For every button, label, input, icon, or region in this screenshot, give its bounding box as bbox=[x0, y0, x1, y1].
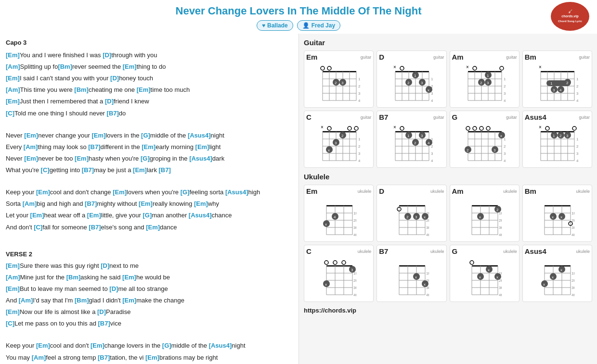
svg-text:4fr: 4fr bbox=[499, 293, 502, 297]
lyrics-line: [Am]Splitting up fo[Bm]rever seemed the … bbox=[6, 62, 293, 72]
svg-text:2fr: 2fr bbox=[576, 144, 578, 149]
lyrics-line: [C]Told me one thing I should never [B7]… bbox=[6, 108, 293, 119]
chord-b7-ukulele: B7 ukulele 1fr 2fr bbox=[376, 245, 446, 302]
svg-text:3: 3 bbox=[487, 81, 489, 85]
svg-text:2: 2 bbox=[559, 134, 562, 138]
chords-panel-url: https://chords.vip bbox=[304, 307, 592, 314]
lyrics-line: [Am]Mine just for the [Bm]asking he said… bbox=[6, 272, 293, 283]
svg-text:1fr: 1fr bbox=[576, 137, 578, 141]
lyrics-line: [C]Let me pass on to you this ad [B7]vic… bbox=[6, 318, 293, 329]
svg-text:3: 3 bbox=[566, 134, 569, 138]
svg-point-182 bbox=[572, 126, 576, 130]
svg-text:2: 2 bbox=[496, 208, 499, 212]
svg-point-275 bbox=[333, 261, 337, 264]
svg-text:x: x bbox=[560, 268, 562, 272]
svg-text:4fr: 4fr bbox=[571, 293, 574, 297]
svg-point-106 bbox=[327, 126, 331, 130]
chord-d-guitar: D guitar bbox=[376, 50, 446, 108]
svg-text:x: x bbox=[328, 148, 330, 152]
lyrics-line: What you're [C]getting into [B7]may be j… bbox=[6, 165, 293, 176]
svg-text:1fr: 1fr bbox=[358, 137, 360, 141]
site-logo: 🎸chords.vipChord Song Lyric bbox=[551, 2, 589, 31]
svg-text:3: 3 bbox=[421, 81, 423, 85]
svg-text:4fr: 4fr bbox=[571, 233, 574, 237]
chord-bm-guitar: Bm guitar × bbox=[522, 50, 592, 108]
svg-text:4fr: 4fr bbox=[499, 233, 502, 237]
svg-text:4: 4 bbox=[559, 88, 562, 92]
lyrics-line: Never [Em]never be too [Em]hasty when yo… bbox=[6, 153, 293, 164]
svg-text:3fr: 3fr bbox=[431, 151, 433, 156]
lyrics-line: Never [Em]never change your [Em]lovers i… bbox=[6, 130, 293, 141]
svg-text:4fr: 4fr bbox=[504, 159, 506, 163]
svg-text:x: x bbox=[552, 275, 554, 279]
svg-text:1fr: 1fr bbox=[426, 271, 429, 276]
svg-text:3: 3 bbox=[553, 88, 555, 92]
svg-text:3fr: 3fr bbox=[571, 286, 574, 290]
svg-text:4fr: 4fr bbox=[576, 159, 578, 163]
svg-text:3fr: 3fr bbox=[576, 91, 578, 96]
svg-text:3fr: 3fr bbox=[499, 226, 502, 230]
svg-text:2fr: 2fr bbox=[499, 218, 502, 223]
svg-text:x: x bbox=[325, 222, 327, 226]
svg-text:x: x bbox=[479, 275, 481, 279]
svg-text:x: x bbox=[415, 275, 417, 279]
lyrics-line: [Am]This time you were [Bm]cheating me o… bbox=[6, 85, 293, 95]
badge-row: ♥ Ballade 👤 Fred Jay bbox=[0, 20, 597, 31]
svg-text:2fr: 2fr bbox=[504, 144, 506, 149]
svg-text:1: 1 bbox=[414, 74, 416, 78]
svg-point-157 bbox=[480, 126, 483, 130]
svg-text:2: 2 bbox=[341, 134, 344, 138]
svg-text:4fr: 4fr bbox=[353, 293, 356, 297]
svg-text:x: x bbox=[325, 282, 327, 287]
svg-text:3fr: 3fr bbox=[504, 151, 506, 156]
chord-g-guitar: G guitar bbox=[450, 111, 519, 168]
svg-text:1fr: 1fr bbox=[353, 211, 356, 215]
svg-text:3: 3 bbox=[335, 141, 337, 145]
chord-em-ukulele: Em ukulele 1fr 2fr bbox=[304, 185, 374, 242]
svg-text:1fr: 1fr bbox=[358, 77, 360, 81]
svg-text:3fr: 3fr bbox=[576, 151, 578, 156]
lyrics-line: And [Am]I'd say that I'm [Bm]glad I didn… bbox=[6, 295, 293, 306]
svg-text:2fr: 2fr bbox=[504, 84, 506, 88]
svg-text:1fr: 1fr bbox=[571, 211, 574, 215]
svg-text:x: x bbox=[496, 275, 498, 279]
svg-text:1fr: 1fr bbox=[431, 77, 433, 81]
svg-text:3: 3 bbox=[351, 268, 353, 272]
svg-point-108 bbox=[354, 126, 358, 130]
svg-text:2fr: 2fr bbox=[353, 218, 356, 223]
lyrics-line: [Em]Just then I remembered that a [D]fri… bbox=[6, 96, 293, 107]
svg-text:1: 1 bbox=[407, 134, 410, 138]
svg-point-59 bbox=[500, 66, 504, 70]
badge-author[interactable]: 👤 Fred Jay bbox=[297, 20, 340, 31]
svg-text:4fr: 4fr bbox=[504, 99, 506, 103]
svg-text:2fr: 2fr bbox=[431, 144, 433, 149]
badge-ballade[interactable]: ♥ Ballade bbox=[257, 20, 293, 31]
svg-text:3fr: 3fr bbox=[358, 91, 360, 96]
chord-c-guitar: C guitar × bbox=[304, 111, 374, 168]
capo-label: Capo 3 bbox=[6, 38, 293, 48]
lyrics-line: Sorta [Am]big and high and [B7]mighty wi… bbox=[6, 199, 293, 209]
lyrics-line: [Em]Sure there was this guy right [D]nex… bbox=[6, 261, 293, 271]
ukulele-chords-grid: Em ukulele 1fr 2fr bbox=[304, 185, 592, 302]
svg-text:2fr: 2fr bbox=[358, 144, 360, 149]
svg-text:4fr: 4fr bbox=[358, 99, 360, 103]
svg-text:4: 4 bbox=[428, 141, 430, 145]
lyrics-line: Let your [Em]heat wear off a [Em]little,… bbox=[6, 210, 293, 221]
svg-point-276 bbox=[342, 261, 346, 264]
logo-text: 🎸chords.vipChord Song Lyric bbox=[558, 10, 582, 24]
svg-text:2fr: 2fr bbox=[571, 278, 574, 283]
person-icon: 👤 bbox=[302, 22, 310, 29]
svg-text:2: 2 bbox=[467, 148, 469, 152]
svg-point-274 bbox=[324, 261, 328, 264]
svg-text:×: × bbox=[393, 64, 396, 70]
chord-c-ukulele: C ukulele bbox=[304, 245, 374, 302]
svg-text:3fr: 3fr bbox=[358, 151, 360, 156]
svg-text:x: x bbox=[500, 134, 502, 138]
svg-point-155 bbox=[466, 126, 470, 130]
chord-am-guitar: Am guitar × bbox=[450, 50, 519, 108]
svg-text:x: x bbox=[428, 88, 429, 92]
verse-label: VERSE 2 bbox=[6, 249, 293, 260]
svg-text:4fr: 4fr bbox=[426, 293, 429, 297]
svg-text:3fr: 3fr bbox=[504, 91, 506, 96]
svg-point-12 bbox=[327, 66, 331, 70]
